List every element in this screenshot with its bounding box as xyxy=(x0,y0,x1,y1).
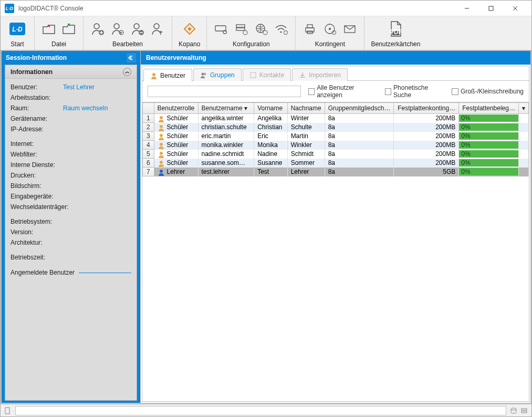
label-uptime: Betriebszeit: xyxy=(11,254,63,261)
col-rolle[interactable]: Benutzerrolle xyxy=(154,103,198,114)
col-nachname[interactable]: Nachname xyxy=(287,103,325,114)
close-button[interactable] xyxy=(503,1,527,16)
window-title: logoDIDACT® Console xyxy=(18,5,84,12)
svg-point-40 xyxy=(160,143,163,146)
session-info-header: Session-Information xyxy=(2,51,140,65)
cell-cfg xyxy=(518,141,528,150)
mail-icon[interactable] xyxy=(342,21,358,37)
col-quota[interactable]: Festplattenkonting… xyxy=(394,103,459,114)
svg-rect-18 xyxy=(236,28,245,30)
table-row[interactable]: 1Schülerangelika.winterAngelikaWinter8a2… xyxy=(143,114,529,123)
tool-group-kontingent[interactable]: Kontingent xyxy=(296,16,364,50)
tool-group-bearbeiten[interactable]: Bearbeiten xyxy=(84,16,172,50)
status-stack-icon[interactable] xyxy=(520,406,528,415)
maximize-button[interactable] xyxy=(479,1,503,16)
tool-group-start[interactable]: L∙D Start xyxy=(1,16,35,50)
keyboard-lock-icon[interactable] xyxy=(213,21,229,37)
svg-point-10 xyxy=(121,32,122,34)
checkbox-alle-benutzer[interactable]: Alle Benutzer anzeigen xyxy=(308,84,378,99)
disk-icon[interactable] xyxy=(322,21,338,37)
col-usage[interactable]: Festplattenbeleg… xyxy=(459,103,519,114)
cell-rolle: Schüler xyxy=(154,114,198,123)
folder-open-up-icon[interactable] xyxy=(41,21,57,37)
link-raum-wechseln[interactable]: Raum wechseln xyxy=(63,105,108,112)
minimize-button[interactable] xyxy=(455,1,479,16)
user-add-icon[interactable] xyxy=(90,21,106,37)
cell-gruppen: 8a xyxy=(325,159,394,168)
table-row[interactable]: 4Schülermonika.winklerMonikaWinkler8a200… xyxy=(143,141,529,150)
tool-group-datei[interactable]: Datei xyxy=(35,16,84,50)
table-row[interactable]: 3Schülereric.martinEricMartin8a200MB0% xyxy=(143,132,529,141)
cell-benutzername: monika.winkler xyxy=(198,141,254,150)
svg-point-6 xyxy=(94,24,99,29)
folder-open-down-icon[interactable] xyxy=(61,21,77,37)
cell-quota: 200MB xyxy=(394,114,459,123)
status-field xyxy=(15,406,506,415)
tool-group-konfiguration[interactable]: Konfiguration xyxy=(207,16,296,50)
checkbox-gross-klein[interactable]: Groß-/Kleinschreibung xyxy=(452,88,524,95)
cell-benutzername: nadine.schmidt xyxy=(198,150,254,159)
table-row[interactable]: 6Schülersusanne.som…SusanneSommer8a200MB… xyxy=(143,159,529,168)
user-role-icon xyxy=(158,115,165,122)
col-benutzername[interactable]: Benutzername ▾ xyxy=(198,103,254,114)
tabs: Benutzer Gruppen Kontakte Importieren xyxy=(142,66,529,81)
tab-importieren[interactable]: Importieren xyxy=(292,68,348,81)
cell-vorname: Christian xyxy=(254,123,287,132)
user-remove-icon[interactable] xyxy=(130,21,145,37)
svg-rect-36 xyxy=(251,72,256,78)
cell-vorname: Test xyxy=(254,168,287,176)
cell-rownum: 3 xyxy=(143,132,154,141)
status-doc-icon[interactable] xyxy=(4,406,12,415)
svg-rect-1 xyxy=(489,6,493,11)
tab-benutzer[interactable]: Benutzer xyxy=(143,69,192,81)
cell-quota: 200MB xyxy=(394,141,459,150)
cell-quota: 200MB xyxy=(394,123,459,132)
status-db-icon[interactable] xyxy=(509,406,518,415)
cell-quota: 200MB xyxy=(394,159,459,168)
printer-icon[interactable] xyxy=(302,21,318,37)
cell-usage: 0% xyxy=(459,141,519,150)
cell-vorname: Susanne xyxy=(254,159,287,168)
user-gear-icon[interactable] xyxy=(110,21,126,37)
col-vorname[interactable]: Vorname xyxy=(254,103,287,114)
cell-rownum: 2 xyxy=(143,123,154,132)
table-row[interactable]: 2Schülerchristian.schulteChristianSchult… xyxy=(143,123,529,132)
user-table: Benutzerrolle Benutzername ▾ Vorname Nac… xyxy=(142,102,529,176)
info-panel-header[interactable]: Informationen ︽ xyxy=(5,65,137,79)
svg-point-38 xyxy=(160,125,163,128)
svg-point-42 xyxy=(160,161,163,164)
search-input[interactable] xyxy=(148,86,301,97)
cell-cfg xyxy=(518,132,528,141)
cell-gruppen: 8a xyxy=(325,168,394,176)
col-gruppen[interactable]: Gruppenmitgliedsch… xyxy=(325,103,394,114)
label-eingabe: Eingabegeräte: xyxy=(11,193,63,200)
table-row[interactable]: 5Schülernadine.schmidtNadineSchmidt8a200… xyxy=(143,150,529,159)
user-share-icon[interactable] xyxy=(150,21,165,37)
svg-point-33 xyxy=(152,73,155,76)
checkbox-phonetische[interactable]: Phonetische Suche xyxy=(385,84,444,99)
globe-gear-icon[interactable] xyxy=(253,21,269,37)
tab-kontakte[interactable]: Kontakte xyxy=(243,68,291,81)
cell-rownum: 1 xyxy=(143,114,154,123)
tab-gruppen[interactable]: Gruppen xyxy=(193,68,242,81)
svg-rect-44 xyxy=(5,408,9,414)
user-role-icon xyxy=(158,124,165,131)
label-arbeitsstation: Arbeitsstation: xyxy=(11,94,63,101)
label-ip: IP-Adresse: xyxy=(11,126,63,133)
svg-point-35 xyxy=(204,72,206,75)
cell-rolle: Schüler xyxy=(154,123,198,132)
table-row[interactable]: 7Lehrertest.lehrerTestLehrer8a5GB0% xyxy=(143,168,529,176)
cell-gruppen: 8a xyxy=(325,123,394,132)
label-angemeldete: Angemeldete Benutzer xyxy=(11,269,75,276)
svg-rect-46 xyxy=(521,409,527,410)
col-config-icon[interactable]: ▾ xyxy=(518,103,528,114)
wifi-gear-icon[interactable] xyxy=(273,21,289,37)
value-benutzer[interactable]: Test Lehrer xyxy=(63,84,95,91)
tool-group-benutzerkaertchen[interactable]: PDF Benutzerkärtchen xyxy=(364,16,426,50)
cell-benutzername: angelika.winter xyxy=(198,114,254,123)
col-rownum[interactable] xyxy=(143,103,154,114)
collapse-sidebar-icon[interactable] xyxy=(127,53,136,62)
tool-group-kopano[interactable]: Kopano xyxy=(172,16,207,50)
svg-point-13 xyxy=(154,24,159,29)
server-gear-icon[interactable] xyxy=(233,21,249,37)
